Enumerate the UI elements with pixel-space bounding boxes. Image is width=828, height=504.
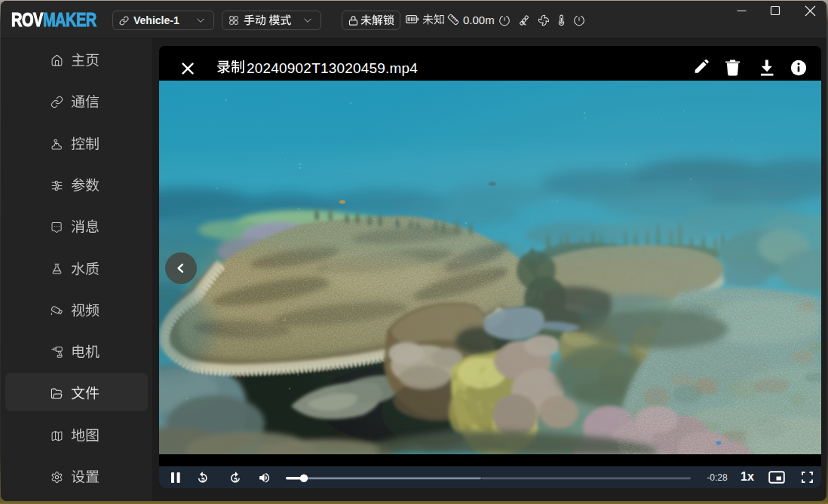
svg-text:5: 5 <box>201 476 205 483</box>
svg-text:5: 5 <box>234 476 238 483</box>
